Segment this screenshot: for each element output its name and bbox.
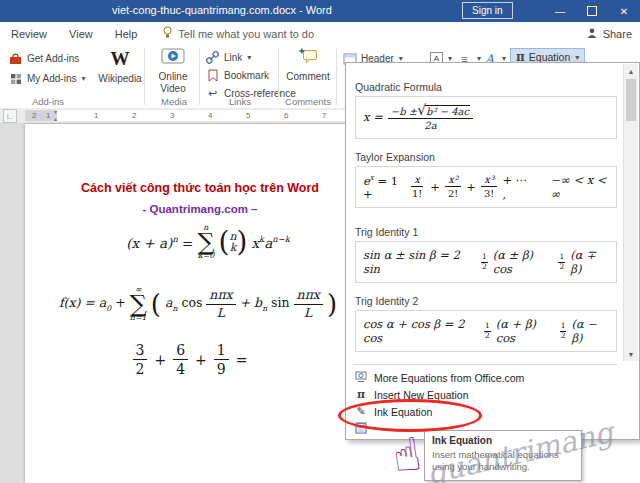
trig-identity-2-item[interactable]: cos α + cos β = 2 cos 12 (α + β) cos 12 …	[355, 310, 617, 352]
tell-me-search[interactable]: Tell me what you want to do	[162, 26, 314, 41]
group-label-add-ins: Add-ins	[6, 96, 90, 107]
math-token: +	[195, 352, 207, 368]
scroll-down-arrow[interactable]: ▼	[624, 347, 638, 361]
share-label: Share	[603, 28, 632, 40]
math-token: (α ± β) cos	[493, 248, 554, 276]
group-divider	[199, 48, 200, 105]
group-divider	[336, 48, 337, 105]
group-label-links: Links	[203, 96, 277, 107]
big-paren: (	[151, 294, 161, 315]
online-video-label: Online Video	[149, 71, 197, 94]
math-token: −∞ < x < ∞	[551, 173, 609, 201]
tooltip-title: Ink Equation	[432, 435, 574, 446]
first-line-indent-marker[interactable]: ▾	[54, 109, 57, 115]
word-window: viet-cong-thuc-quantrimang.com.docx - Wo…	[0, 0, 640, 483]
ruler-number: 2	[132, 111, 136, 120]
bookmark-label: Bookmark	[224, 70, 269, 81]
math-token: f(x) = a0 +	[59, 295, 126, 313]
scrollbar-thumb[interactable]	[626, 79, 636, 121]
taylor-expansion-item[interactable]: ex = 1 + x1! + x²2! + x³3! + ⋯ , −∞ < x …	[355, 166, 617, 209]
fraction: x³3!	[481, 174, 497, 200]
document-subheading: - Quantrimang.com –	[60, 203, 340, 215]
fraction: nπxL	[206, 288, 235, 320]
summation-operator: n ∑ k=0	[197, 224, 214, 260]
wikipedia-icon: W	[111, 48, 130, 70]
lightbulb-icon	[162, 26, 173, 41]
math-token: sin α ± sin β = 2 sin	[363, 248, 476, 276]
ruler-number: 1	[94, 111, 98, 120]
link-button[interactable]: Link ▾	[205, 49, 251, 66]
equation-gallery-list: Quadratic Formula x = −b ± √b² − 4ac 2a …	[346, 63, 639, 352]
document-title: viet-cong-thuc-quantrimang.com.docx - Wo…	[112, 4, 332, 16]
binomial-coefficient: ( nk )	[219, 231, 248, 254]
fraction: x1!	[409, 174, 425, 200]
scroll-up-arrow[interactable]: ▲	[624, 64, 638, 78]
link-icon	[205, 51, 220, 64]
tab-view[interactable]: View	[58, 22, 104, 45]
ruler-number: 2	[32, 111, 36, 120]
ruler-number: 7	[322, 111, 326, 120]
math-token: +	[154, 352, 166, 368]
ruler-number: 1	[46, 111, 50, 120]
chevron-down-icon: ▾	[247, 53, 251, 62]
more-equations-item[interactable]: More Equations from Office.com	[347, 369, 623, 386]
wikipedia-button[interactable]: W Wikipedia	[98, 48, 142, 85]
equation-menu-scrollbar[interactable]: ▲ ▼	[623, 64, 638, 361]
minimize-button[interactable]: —	[544, 0, 576, 22]
link-label: Link	[224, 52, 242, 63]
restore-icon	[587, 6, 597, 16]
fraction: 12	[484, 322, 491, 340]
close-button[interactable]: ✕	[608, 0, 640, 22]
equation-fourier-series: f(x) = a0 + ∞ ∑ n=1 ( an cos nπxL + bn s…	[33, 286, 363, 322]
share-button[interactable]: Share	[586, 22, 632, 45]
sign-in-button[interactable]: Sign in	[462, 2, 513, 19]
math-token: +	[430, 180, 440, 194]
my-add-ins-button[interactable]: My Add-ins ▾	[8, 70, 85, 87]
equation-gallery-dropdown: Quadratic Formula x = −b ± √b² − 4ac 2a …	[345, 62, 640, 440]
quadratic-formula-item[interactable]: x = −b ± √b² − 4ac 2a	[355, 96, 617, 139]
math-token: + bn sin	[240, 295, 290, 313]
fraction: 19	[214, 342, 229, 377]
bookmark-button[interactable]: Bookmark	[205, 67, 269, 84]
math-token: x =	[363, 110, 383, 124]
summation-operator: ∞ ∑ n=1	[130, 286, 147, 322]
tab-help[interactable]: Help	[104, 22, 149, 45]
ruler-number: 6	[284, 111, 288, 120]
math-token: cos α + cos β = 2 cos	[363, 317, 479, 345]
ruler-margin-area	[25, 110, 57, 121]
fraction: nπxL	[294, 288, 323, 320]
tab-review[interactable]: Review	[0, 22, 58, 45]
online-video-icon	[161, 48, 185, 68]
hanging-indent-marker[interactable]: ▴	[54, 116, 57, 122]
math-token: + ⋯ ,	[502, 173, 529, 201]
get-add-ins-label: Get Add-ins	[27, 53, 79, 64]
restore-button[interactable]	[576, 0, 608, 22]
wikipedia-label: Wikipedia	[98, 73, 141, 85]
new-comment-icon	[299, 48, 318, 68]
gallery-item-title: Quadratic Formula	[355, 81, 617, 93]
tab-selector[interactable]: ∟	[3, 109, 17, 123]
fraction: −b ± √b² − 4ac 2a	[388, 103, 473, 132]
group-label-media: Media	[148, 96, 200, 107]
comment-button[interactable]: Comment	[283, 48, 333, 83]
menu-separator	[353, 364, 617, 365]
tell-me-label: Tell me what you want to do	[178, 28, 314, 40]
add-ins-grid-icon	[8, 73, 23, 85]
fraction: 12	[481, 253, 488, 271]
fraction: 12	[560, 322, 567, 340]
comment-label: Comment	[286, 71, 329, 83]
pi-icon: π	[354, 389, 368, 400]
trig-identity-1-item[interactable]: sin α ± sin β = 2 sin 12 (α ± β) cos 12 …	[355, 241, 617, 283]
chevron-down-icon: ▾	[575, 53, 579, 62]
online-video-button[interactable]: Online Video	[149, 48, 197, 94]
math-token: =	[236, 352, 248, 368]
window-controls: — ✕	[544, 0, 640, 22]
gallery-item-title: Trig Identity 1	[355, 226, 617, 238]
group-divider	[144, 48, 145, 105]
share-person-icon	[586, 27, 598, 41]
equation-binomial-theorem: (x + a)n = n ∑ k=0 ( nk ) xkan−k	[73, 224, 343, 260]
ruler-number: 3	[170, 111, 174, 120]
gallery-item-title: Taylor Expansion	[355, 151, 617, 163]
document-heading: Cách viết công thức toán học trên Word	[60, 181, 340, 195]
get-add-ins-button[interactable]: Get Add-ins	[8, 50, 79, 67]
